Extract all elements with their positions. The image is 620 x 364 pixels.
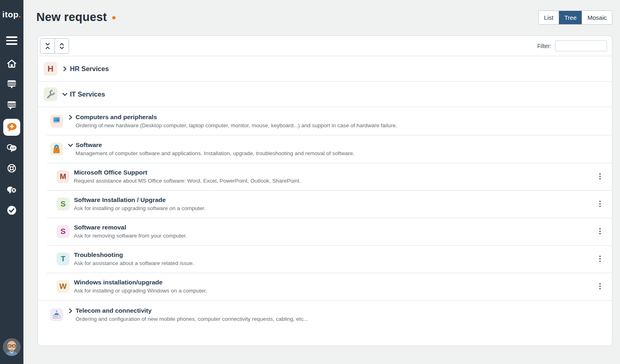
row-title[interactable]: Troubleshooting (74, 251, 123, 259)
service-letter-badge: W (57, 280, 69, 293)
logo-dot: . (19, 10, 21, 19)
tree-row-it-services[interactable]: IT Services (38, 81, 612, 107)
logo-text: itop (2, 10, 19, 19)
telecom-icon-badge (50, 308, 63, 321)
row-description: Ordering and configuration of new mobile… (67, 316, 308, 322)
filter-group: Filter: (537, 40, 607, 51)
catalog-bubble-icon (6, 79, 17, 90)
tree-row-troubleshooting[interactable]: T Troubleshooting Ask for assistance abo… (38, 245, 612, 273)
user-avatar[interactable] (2, 338, 21, 356)
page-title: New request (36, 11, 116, 24)
row-title[interactable]: Telecom and connectivity (76, 307, 151, 314)
tree-row-software[interactable]: Software Management of computer software… (38, 135, 612, 163)
hr-services-letter-badge: H (44, 62, 57, 76)
menu-toggle-button[interactable] (6, 36, 17, 47)
kebab-menu-icon[interactable] (598, 282, 603, 291)
row-description: Management of computer software and appl… (67, 150, 354, 156)
it-services-icon-badge (44, 87, 57, 101)
chevron-down-icon[interactable] (62, 91, 68, 97)
check-circle-icon (6, 205, 17, 216)
wrench-icon (44, 88, 57, 100)
view-tree-button[interactable]: Tree (559, 11, 582, 24)
service-letter-badge: M (57, 170, 69, 183)
chevron-right-icon[interactable] (62, 66, 68, 72)
tree-row-computers-and-peripherals[interactable]: Computers and peripherals Ordering of ne… (38, 107, 612, 135)
sidebar-item-ongoing-requests[interactable] (6, 143, 17, 154)
chat-close-icon (6, 185, 17, 196)
tree-row-hr-services[interactable]: H HR Services (38, 56, 612, 81)
tree-row-telecom-and-connectivity[interactable]: Telecom and connectivity Ordering and co… (38, 300, 612, 328)
row-description: Ask for assistance about a software rela… (74, 260, 194, 266)
service-letter-badge: T (57, 252, 69, 265)
sidebar-item-home[interactable] (6, 58, 17, 69)
row-title[interactable]: HR Services (70, 65, 109, 73)
panel-toolbar: Filter: (38, 36, 612, 56)
tree-row-microsoft-office-support[interactable]: M Microsoft Office Support Request assis… (38, 163, 612, 190)
sidebar-item-new-request[interactable] (3, 119, 20, 136)
lifebuoy-icon (6, 163, 17, 174)
row-title[interactable]: Windows installation/upgrade (74, 279, 162, 286)
row-description: Request assistance about MS Office softw… (74, 178, 301, 184)
services-panel: Filter: H HR Services (38, 36, 612, 346)
tree-row-windows-installation-upgrade[interactable]: W Windows installation/upgrade Ask for i… (38, 273, 612, 300)
page-header: New request List Tree Mosaic (23, 0, 620, 36)
new-request-icon (3, 119, 20, 136)
row-description: Ask for installing or upgrading software… (74, 205, 206, 211)
filter-input[interactable] (555, 40, 607, 51)
expand-all-icon (59, 42, 65, 50)
sidebar-item-services-catalog-alt[interactable] (6, 100, 17, 111)
router-icon (50, 309, 63, 321)
services-tree: H HR Services (38, 56, 612, 328)
expand-all-button[interactable] (55, 39, 69, 53)
sidebar-item-closed-requests[interactable] (6, 185, 17, 196)
view-list-button[interactable]: List (539, 11, 559, 24)
row-description: Ask for installing or upgrading Windows … (74, 288, 207, 294)
row-title[interactable]: Software removal (74, 224, 126, 231)
tree-controls (40, 38, 69, 54)
collapse-all-button[interactable] (40, 39, 55, 53)
service-letter-badge: S (57, 225, 69, 238)
avatar-image (2, 338, 21, 356)
row-title[interactable]: Microsoft Office Support (74, 169, 147, 176)
collapse-all-icon (44, 42, 51, 50)
row-title[interactable]: Computers and peripherals (76, 114, 157, 121)
kebab-menu-icon[interactable] (598, 199, 603, 209)
row-title[interactable]: Software (76, 141, 102, 149)
chevron-right-icon[interactable] (67, 308, 74, 314)
sidebar-item-approvals[interactable] (6, 205, 17, 216)
service-letter-badge: S (57, 198, 69, 210)
sidebar-item-support[interactable] (6, 163, 17, 174)
row-description: Ask for removing software from your comp… (74, 233, 187, 239)
row-description: Ordering of new hardware (Desktop comput… (67, 122, 397, 128)
software-bag-icon (50, 143, 63, 155)
main-content: New request List Tree Mosaic (23, 0, 620, 364)
tree-row-software-removal[interactable]: S Software removal Ask for removing soft… (38, 218, 612, 245)
title-accent-dot (112, 16, 116, 19)
filter-label: Filter: (537, 43, 551, 49)
kebab-menu-icon[interactable] (598, 254, 603, 264)
kebab-menu-icon[interactable] (598, 172, 603, 181)
view-toggle: List Tree Mosaic (538, 11, 612, 25)
chevron-down-icon[interactable] (67, 142, 74, 148)
app-logo[interactable]: itop. (0, 10, 23, 19)
sidebar: itop. (0, 0, 23, 364)
row-title[interactable]: IT Services (70, 90, 105, 98)
row-title[interactable]: Software Installation / Upgrade (74, 196, 166, 204)
software-icon-badge (50, 143, 63, 156)
kebab-menu-icon[interactable] (598, 227, 603, 236)
chat-ellipsis-icon (6, 143, 17, 154)
home-icon (6, 58, 17, 69)
chevron-right-icon[interactable] (67, 114, 74, 120)
laptop-icon (50, 115, 63, 127)
catalog-bubble-alt-icon (6, 100, 17, 111)
computers-icon-badge (50, 115, 63, 128)
tree-row-software-installation-upgrade[interactable]: S Software Installation / Upgrade Ask fo… (38, 190, 612, 218)
view-mosaic-button[interactable]: Mosaic (582, 11, 612, 24)
sidebar-item-services-catalog[interactable] (6, 79, 17, 90)
